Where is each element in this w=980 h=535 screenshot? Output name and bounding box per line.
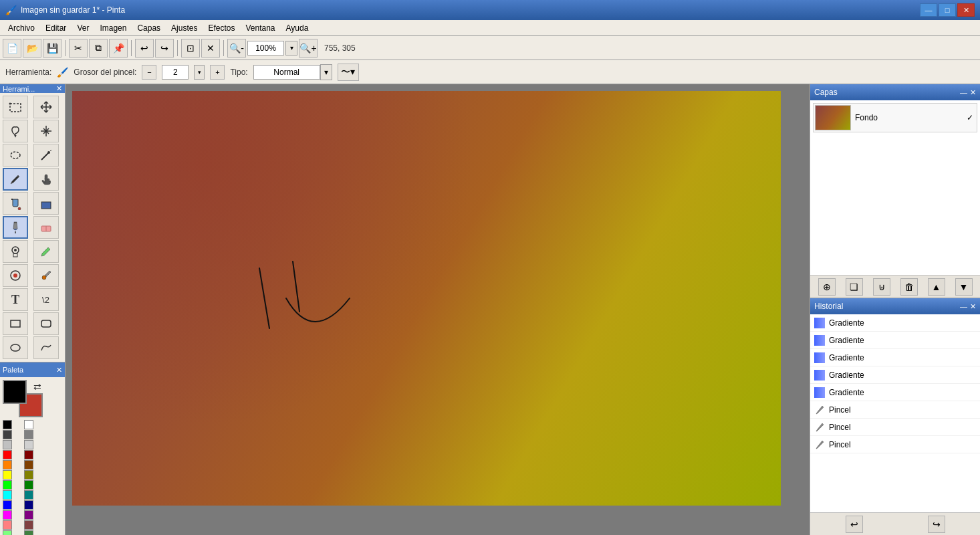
menu-ventana[interactable]: Ventana bbox=[241, 22, 281, 34]
palette-purple[interactable] bbox=[24, 510, 33, 520]
tool-text[interactable]: T bbox=[3, 288, 28, 311]
merge-layer-button[interactable]: ⊎ bbox=[873, 278, 890, 296]
tool-rectangle[interactable] bbox=[3, 312, 28, 335]
history-item[interactable]: Pincel bbox=[810, 436, 980, 453]
menu-efectos[interactable]: Efectos bbox=[203, 22, 240, 34]
tool-path[interactable]: \2 bbox=[33, 288, 59, 311]
tool-color-box[interactable] bbox=[33, 192, 59, 215]
duplicate-layer-button[interactable]: ❏ bbox=[846, 278, 863, 296]
canvas-scroll-area[interactable] bbox=[66, 84, 810, 535]
brush-size-increase[interactable]: + bbox=[210, 65, 225, 80]
menu-capas[interactable]: Capas bbox=[132, 22, 166, 34]
palette-black[interactable] bbox=[3, 420, 12, 429]
curve-tool-button[interactable]: 〜▾ bbox=[338, 64, 359, 81]
tool-retouch[interactable] bbox=[3, 264, 28, 287]
resize-button[interactable]: ✕ bbox=[201, 39, 220, 58]
paste-button[interactable]: 📌 bbox=[109, 39, 128, 58]
palette-darkgreen[interactable] bbox=[24, 480, 33, 490]
brush-size-decrease[interactable]: − bbox=[142, 65, 156, 80]
history-item[interactable]: Gradiente bbox=[810, 332, 980, 349]
brush-type-dropdown[interactable]: ▾ bbox=[320, 64, 332, 80]
minimize-button[interactable]: — bbox=[920, 3, 937, 17]
undo-history-button[interactable]: ↩ bbox=[846, 516, 863, 533]
tool-pencil[interactable] bbox=[3, 168, 28, 191]
tool-magic-wand[interactable] bbox=[33, 144, 59, 167]
palette-orange[interactable] bbox=[3, 460, 12, 469]
palette-navy[interactable] bbox=[24, 500, 33, 510]
canvas-container[interactable] bbox=[66, 84, 810, 535]
redo-button[interactable]: ↪ bbox=[155, 39, 174, 58]
palette-darkorange[interactable] bbox=[24, 460, 33, 469]
tool-paint-bucket[interactable] bbox=[3, 192, 28, 215]
palette-darkgreen2[interactable] bbox=[24, 530, 33, 535]
history-item[interactable]: Gradiente bbox=[810, 384, 980, 401]
history-item[interactable]: Gradiente bbox=[810, 366, 980, 384]
palette-gray[interactable] bbox=[24, 430, 33, 439]
drawing-canvas[interactable] bbox=[72, 91, 781, 506]
zoom-dropdown[interactable]: ▾ bbox=[285, 41, 297, 56]
palette-lightgreen[interactable] bbox=[3, 530, 12, 535]
tool-lasso[interactable] bbox=[3, 120, 28, 142]
tool-stamp[interactable] bbox=[3, 240, 28, 263]
palette-olive[interactable] bbox=[24, 470, 33, 479]
tool-move-selection[interactable] bbox=[33, 120, 59, 142]
swap-colors-button[interactable]: ⇄ bbox=[33, 381, 41, 392]
redo-history-button[interactable]: ↪ bbox=[928, 516, 945, 533]
palette-green[interactable] bbox=[3, 480, 12, 490]
layers-close[interactable]: ✕ bbox=[970, 88, 976, 97]
menu-imagen[interactable]: Imagen bbox=[94, 22, 132, 34]
history-item[interactable]: Pincel bbox=[810, 419, 980, 436]
menu-ayuda[interactable]: Ayuda bbox=[281, 22, 314, 34]
brush-size-dropdown[interactable]: ▾ bbox=[194, 65, 205, 80]
move-layer-up-button[interactable]: ▲ bbox=[928, 278, 945, 296]
palette-blue[interactable] bbox=[3, 500, 12, 510]
tool-color-pencil[interactable] bbox=[33, 240, 59, 263]
tool-hand[interactable] bbox=[33, 168, 59, 191]
add-layer-button[interactable]: ⊕ bbox=[818, 278, 836, 296]
open-button[interactable]: 📂 bbox=[23, 39, 41, 58]
save-button[interactable]: 💾 bbox=[43, 39, 62, 58]
maximize-button[interactable]: □ bbox=[939, 3, 956, 17]
palette-close[interactable]: ✕ bbox=[56, 366, 62, 374]
palette-pink[interactable] bbox=[3, 520, 12, 530]
tool-freeform[interactable] bbox=[33, 336, 59, 359]
menu-ver[interactable]: Ver bbox=[72, 22, 94, 34]
tool-ellipse[interactable] bbox=[3, 336, 28, 359]
new-button[interactable]: 📄 bbox=[3, 39, 21, 58]
tool-rounded-rect[interactable] bbox=[33, 312, 59, 335]
close-button[interactable]: ✕ bbox=[957, 3, 975, 17]
palette-magenta[interactable] bbox=[3, 510, 12, 520]
foreground-color[interactable] bbox=[3, 380, 27, 404]
cut-button[interactable]: ✂ bbox=[69, 39, 88, 58]
tool-rectangle-select[interactable] bbox=[3, 96, 28, 118]
layer-item[interactable]: Fondo ✓ bbox=[813, 103, 977, 132]
tool-eraser[interactable] bbox=[33, 216, 59, 239]
palette-verylight[interactable] bbox=[24, 440, 33, 449]
menu-editar[interactable]: Editar bbox=[40, 22, 72, 34]
palette-teal[interactable] bbox=[24, 490, 33, 500]
palette-yellow[interactable] bbox=[3, 470, 12, 479]
history-item[interactable]: Pincel bbox=[810, 401, 980, 419]
undo-button[interactable]: ↩ bbox=[135, 39, 154, 58]
palette-white[interactable] bbox=[24, 420, 33, 429]
palette-brown[interactable] bbox=[24, 520, 33, 530]
palette-cyan[interactable] bbox=[3, 490, 12, 500]
move-layer-down-button[interactable]: ▼ bbox=[955, 278, 973, 296]
brush-type-input[interactable]: Normal bbox=[253, 65, 320, 80]
palette-red[interactable] bbox=[3, 450, 12, 459]
history-minimize[interactable]: — bbox=[960, 302, 967, 311]
palette-darkgray[interactable] bbox=[3, 430, 12, 439]
brush-size-input[interactable]: 2 bbox=[162, 65, 189, 80]
crop-button[interactable]: ⊡ bbox=[181, 39, 200, 58]
layers-minimize[interactable]: — bbox=[960, 88, 967, 97]
palette-lightgray[interactable] bbox=[3, 440, 12, 449]
tool-move[interactable] bbox=[33, 96, 59, 118]
zoom-in-button[interactable]: 🔍+ bbox=[299, 39, 318, 58]
menu-archivo[interactable]: Archivo bbox=[3, 22, 40, 34]
tool-color-picker[interactable] bbox=[33, 264, 59, 287]
zoom-out-button[interactable]: 🔍- bbox=[227, 39, 246, 58]
zoom-input[interactable]: 100% bbox=[247, 41, 284, 56]
palette-darkred[interactable] bbox=[24, 450, 33, 459]
history-item[interactable]: Gradiente bbox=[810, 349, 980, 366]
delete-layer-button[interactable]: 🗑 bbox=[900, 278, 918, 296]
